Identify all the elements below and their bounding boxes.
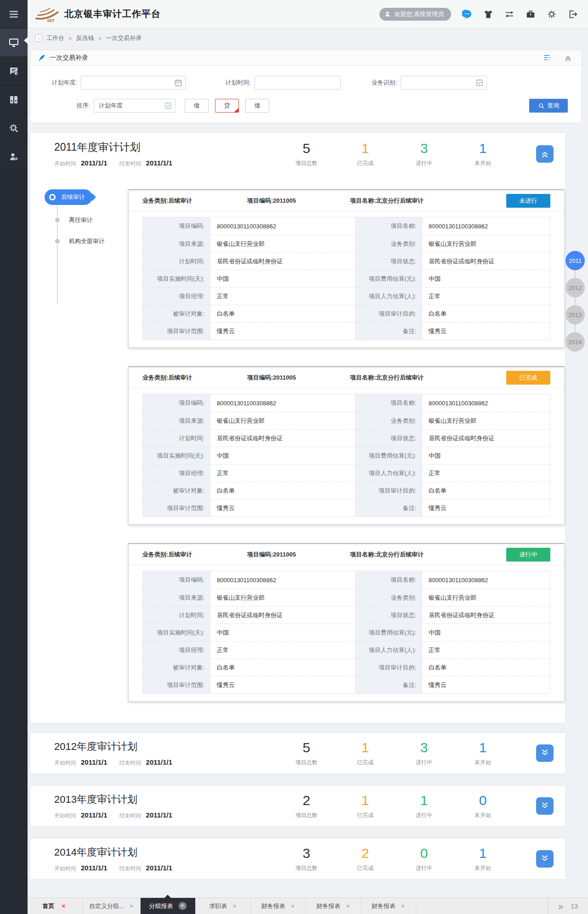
bottom-tab[interactable]: 财务报表 × <box>251 898 306 914</box>
close-icon[interactable]: × <box>346 903 350 910</box>
bottom-tab[interactable]: 自定义分组... × <box>83 898 141 914</box>
breadcrumb-separator: > <box>68 35 72 42</box>
switch-system-icon[interactable] <box>504 9 514 19</box>
filter-row-2: 排序: 计划年度 借 贷 借 查询 <box>30 99 582 113</box>
start-date-value: 2011/1/1 <box>81 159 107 167</box>
sidebar-item-workbench[interactable] <box>0 28 28 57</box>
breadcrumb-item-workbench[interactable]: 工作台 <box>46 34 64 42</box>
close-icon[interactable]: × <box>232 903 237 910</box>
field-label: 项目审计范围: <box>143 323 210 340</box>
field-value: 居民省份证或临时身份证 <box>210 253 356 270</box>
calendar-icon[interactable] <box>174 79 182 87</box>
breadcrumb-item-aml[interactable]: 反洗钱 <box>76 34 94 42</box>
field-label: 被审计对象: <box>143 659 210 676</box>
start-date-label: 开始时间 <box>54 759 76 767</box>
field-label: 计划时间: <box>143 430 210 447</box>
project-card-header: 业务类别:后续审计 项目编码:2011005 项目名称:北京分行后续审计 未进行 <box>129 190 564 211</box>
hamburger-menu-button[interactable] <box>0 0 28 28</box>
close-icon[interactable]: × <box>179 902 187 910</box>
collapse-year-button[interactable] <box>536 145 554 163</box>
audit-type-tab[interactable]: 机构全面审计 <box>48 237 128 245</box>
timeline-year[interactable]: 2014 <box>565 332 585 352</box>
bottom-tab[interactable]: 首页 × <box>28 898 83 914</box>
stat: 0 进行中 <box>395 846 453 872</box>
field-value: 800001301100308862 <box>422 217 550 235</box>
chat-history-icon <box>8 66 19 77</box>
bottom-tab[interactable]: 求职表 × <box>196 898 251 914</box>
credit-button[interactable]: 贷 <box>215 99 239 113</box>
bottom-tabs: 首页 × 自定义分组... × 分组报表 × 求职表 × 财务报表 <box>28 898 416 914</box>
stat-label: 未开始 <box>453 812 512 819</box>
sidebar-item-user-admin[interactable] <box>0 142 28 171</box>
field-value: 正常 <box>422 465 550 482</box>
stat: 1 已完成 <box>336 740 395 766</box>
sort-select[interactable]: 计划年度 <box>94 99 175 113</box>
stat-value: 2 <box>277 793 336 808</box>
stat: 3 项目总数 <box>277 846 336 872</box>
sidebar-item-archives[interactable] <box>0 85 28 114</box>
stat-label: 进行中 <box>395 864 453 872</box>
bottom-tab-label: 分组报表 <box>149 902 173 910</box>
bottom-tab-label: 财务报表 <box>372 902 396 910</box>
end-date-value: 2011/1/1 <box>146 811 173 819</box>
check-square-icon[interactable] <box>475 79 484 87</box>
status-badge: 进行中 <box>506 548 550 562</box>
close-icon[interactable]: × <box>401 903 405 910</box>
chat-bubble-icon[interactable] <box>462 9 472 19</box>
close-icon[interactable]: × <box>130 903 134 910</box>
close-icon[interactable]: × <box>60 903 68 910</box>
expand-year-button[interactable] <box>536 797 554 815</box>
expand-year-button[interactable] <box>536 850 554 868</box>
breadcrumb-item-current[interactable]: 一次交易补录 <box>106 34 141 42</box>
logo-text: IST <box>47 18 54 23</box>
audit-tab-label: 离任审计 <box>69 216 93 224</box>
bottom-tab[interactable]: 财务报表 × <box>306 898 361 914</box>
field-label: 项目审计目的: <box>356 482 422 499</box>
table-row: 项目来源: 银雀山支行营业部 业务类别: 银雀山支行营业部 <box>143 235 550 252</box>
plan-time-input[interactable] <box>255 76 340 89</box>
sort-lines-icon[interactable] <box>543 53 552 62</box>
field-value: 居民省份证或临时身份证 <box>422 430 550 447</box>
logout-icon[interactable] <box>568 9 578 19</box>
search-button[interactable]: 查询 <box>529 99 568 113</box>
project-category: 业务类别:后续审计 <box>142 197 247 205</box>
settings-gear-icon[interactable] <box>547 9 557 19</box>
bottom-tab-label: 财务报表 <box>261 902 285 910</box>
user-welcome-badge[interactable]: 欢迎您:系统管理员 <box>379 8 451 21</box>
panel-header: 一次交易补录 <box>30 50 582 66</box>
table-row: 项目实施时间(天): 中国 项目费用估算(元): 中国 <box>143 270 550 287</box>
theme-clothes-icon[interactable] <box>483 9 493 19</box>
panel-title: 一次交易补录 <box>50 54 88 62</box>
start-date-value: 2011/1/1 <box>81 864 107 872</box>
field-value: 中国 <box>422 624 550 641</box>
stat-label: 已完成 <box>336 159 395 167</box>
checkbox-icon <box>164 102 172 110</box>
status-badge: 未进行 <box>506 194 550 208</box>
expand-year-button[interactable] <box>536 744 554 762</box>
audit-type-tab[interactable]: 离任审计 <box>48 216 128 224</box>
stat: 1 未开始 <box>453 740 512 766</box>
stat-label: 项目总数 <box>277 759 336 766</box>
business-id-input[interactable] <box>401 76 486 89</box>
sidebar-item-messages[interactable] <box>0 57 28 85</box>
plan-year-label: 计划年度: <box>30 79 77 87</box>
field-label: 项目编码: <box>143 571 210 589</box>
collapse-panel-icon[interactable] <box>564 53 572 62</box>
timeline-year[interactable]: 2011 <box>565 251 585 270</box>
year-stats: 5 项目总数 1 已完成 3 进行中 1 未开始 <box>277 141 512 167</box>
briefcase-icon[interactable] <box>526 9 536 19</box>
timeline-year[interactable]: 2013 <box>565 305 585 324</box>
sidebar-item-settings[interactable] <box>0 114 28 142</box>
bottom-tab[interactable]: 分组报表 × <box>141 898 196 914</box>
debit-button-1[interactable]: 借 <box>185 99 209 113</box>
field-label: 项目来源: <box>143 412 210 429</box>
more-tabs-icon[interactable]: » <box>558 902 563 911</box>
bottom-tab[interactable]: 财务报表 × <box>361 898 416 914</box>
close-icon[interactable]: × <box>291 903 295 910</box>
debit-button-2[interactable]: 借 <box>245 99 269 113</box>
field-label: 业务类别: <box>356 589 422 606</box>
audit-type-tab[interactable]: 后续审计 <box>45 189 92 205</box>
plan-year-input[interactable] <box>81 76 185 89</box>
timeline-year[interactable]: 2012 <box>565 278 585 297</box>
user-icon <box>384 11 391 17</box>
